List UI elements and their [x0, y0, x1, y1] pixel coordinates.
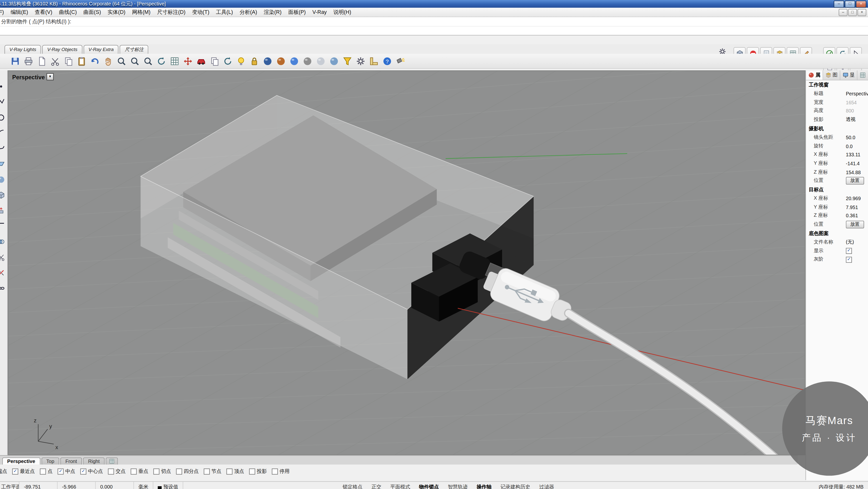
mdi-close-button[interactable]: × — [857, 9, 866, 16]
panel-row-value[interactable]: 0.0 — [846, 143, 868, 149]
pan-button[interactable] — [102, 55, 115, 67]
menu-item-0[interactable]: 文件(F) — [0, 8, 7, 17]
cut-button[interactable] — [49, 55, 61, 67]
panel-tab-2[interactable]: 显 — [840, 70, 857, 80]
osnap-checkbox-5[interactable] — [108, 468, 114, 474]
sphere-tool-button[interactable] — [0, 174, 7, 186]
panel-row-value[interactable]: 透视 — [846, 116, 868, 123]
viewport-title-text[interactable]: Perspective — [12, 74, 45, 80]
panel-tab-1[interactable]: 图 — [823, 70, 840, 80]
menu-item-4[interactable]: 曲面(S) — [80, 8, 104, 17]
rotate-button[interactable] — [221, 55, 234, 67]
boolean-tool-button[interactable] — [0, 236, 7, 248]
mdi-restore-button[interactable]: □ — [848, 9, 857, 16]
osnap-item-0[interactable]: ✓端点 — [0, 468, 7, 475]
statusbar-toggle-3[interactable]: 物件锁点 — [415, 482, 443, 489]
lock-button[interactable] — [248, 55, 260, 67]
shaded-ball-grey-button[interactable] — [301, 55, 314, 67]
statusbar-toggle-5[interactable]: 操作轴 — [472, 482, 496, 489]
osnap-item-8[interactable]: 四分点 — [176, 468, 199, 475]
viewport-tab-front[interactable]: Front — [60, 457, 82, 464]
mdi-minimize-button[interactable]: – — [839, 9, 847, 16]
statusbar-toggle-1[interactable]: 正交 — [367, 482, 386, 489]
surface-tool-button[interactable] — [0, 158, 7, 170]
osnap-item-5[interactable]: 交点 — [108, 468, 126, 475]
panel-row-value[interactable]: 7.951 — [846, 204, 868, 210]
spotlight-button[interactable] — [394, 55, 407, 67]
viewport-tab-perspective[interactable]: Perspective — [2, 457, 40, 464]
perspective-viewport[interactable]: z y x Perspective ▼ — [8, 70, 805, 455]
fillet-tool-button[interactable] — [0, 220, 7, 232]
panel-row-value[interactable]: 20.969 — [846, 196, 868, 201]
panel-row-value[interactable]: 133.11 — [846, 152, 868, 157]
panel-row-value[interactable]: 0.361 — [846, 213, 868, 219]
paste-button[interactable] — [75, 55, 88, 67]
statusbar-units[interactable]: 毫米 — [134, 482, 153, 489]
statusbar-toggle-7[interactable]: 过滤器 — [535, 482, 558, 489]
zoom-dynamic-button[interactable] — [115, 55, 128, 67]
osnap-item-7[interactable]: 切点 — [153, 468, 171, 475]
statusbar-toggle-0[interactable]: 锁定格点 — [338, 482, 367, 489]
help-button[interactable] — [381, 55, 394, 67]
layout-ruler-button[interactable] — [368, 55, 380, 67]
circle-tool-button[interactable] — [0, 112, 7, 124]
command-input[interactable] — [0, 27, 868, 35]
close-button[interactable]: × — [856, 0, 867, 8]
显示-checkbox[interactable]: ✓ — [846, 248, 852, 254]
osnap-checkbox-9[interactable] — [204, 468, 210, 474]
osnap-checkbox-10[interactable] — [226, 468, 232, 474]
viewport-3d-scene[interactable]: z y x — [8, 71, 806, 455]
panel-row-value[interactable]: 154.88 — [846, 169, 868, 175]
named-view-button[interactable] — [195, 55, 207, 67]
viewport-tab-right[interactable]: Right — [83, 457, 105, 464]
grid-table-button[interactable] — [168, 55, 181, 67]
osnap-item-2[interactable]: 点 — [40, 468, 53, 475]
menu-item-6[interactable]: 网格(M) — [129, 8, 154, 17]
osnap-checkbox-12[interactable] — [272, 468, 278, 474]
maximize-button[interactable]: □ — [845, 0, 856, 8]
control-point-button[interactable] — [0, 81, 7, 93]
new-viewport-tab-button[interactable] — [106, 457, 118, 464]
menu-item-5[interactable]: 实体(D) — [104, 8, 129, 17]
minimize-button[interactable]: – — [834, 0, 844, 8]
undo-button[interactable] — [89, 55, 101, 67]
toolbar-tab-1[interactable]: V-Ray Objects — [42, 45, 83, 54]
statusbar-toggle-2[interactable]: 平面模式 — [386, 482, 414, 489]
menu-item-12[interactable]: 面板(P) — [285, 8, 309, 17]
panel-row-value[interactable]: 1654 — [846, 100, 868, 105]
灰阶-checkbox[interactable]: ✓ — [846, 257, 852, 263]
rotate-view-button[interactable] — [155, 55, 167, 67]
panel-row-value[interactable]: Perspective — [846, 91, 868, 96]
osnap-checkbox-6[interactable] — [131, 468, 137, 474]
box-tool-button[interactable] — [0, 189, 7, 201]
osnap-checkbox-7[interactable] — [153, 468, 160, 474]
place-button[interactable]: 放置 — [846, 177, 864, 184]
xray-ball-button[interactable] — [328, 55, 340, 67]
place-button[interactable]: 放置 — [846, 221, 864, 228]
split-tool-button[interactable] — [0, 267, 7, 279]
panel-row-value[interactable]: -141.4 — [846, 161, 868, 166]
osnap-item-10[interactable]: 顶点 — [226, 468, 244, 475]
osnap-checkbox-8[interactable] — [176, 468, 182, 474]
viewport-title[interactable]: Perspective ▼ — [12, 73, 54, 80]
menu-item-10[interactable]: 分析(A) — [236, 8, 260, 17]
toolbar-tab-0[interactable]: V-Ray Lights — [4, 45, 41, 54]
menu-item-1[interactable]: 编辑(E) — [7, 8, 31, 17]
plot-button[interactable] — [35, 55, 48, 67]
panel-row-value[interactable]: 50.0 — [846, 135, 868, 140]
copy-object-button[interactable] — [208, 55, 221, 67]
zoom-window-button[interactable] — [128, 55, 141, 67]
menu-item-3[interactable]: 曲线(C) — [56, 8, 80, 17]
move-button[interactable] — [182, 55, 194, 67]
osnap-checkbox-1[interactable]: ✓ — [12, 468, 18, 474]
viewport-tab-top[interactable]: Top — [41, 457, 59, 464]
osnap-item-4[interactable]: ✓中心点 — [80, 468, 103, 475]
panel-tab-0[interactable]: 属 — [806, 70, 823, 80]
menu-item-9[interactable]: 工具(L) — [213, 8, 236, 17]
osnap-item-11[interactable]: 投影 — [249, 468, 267, 475]
curve-tool-button[interactable] — [0, 142, 7, 154]
statusbar-toggle-4[interactable]: 智慧轨迹 — [443, 482, 472, 489]
zoom-selected-button[interactable] — [142, 55, 154, 67]
arc-tool-button[interactable] — [0, 127, 7, 139]
osnap-item-6[interactable]: 垂点 — [131, 468, 149, 475]
